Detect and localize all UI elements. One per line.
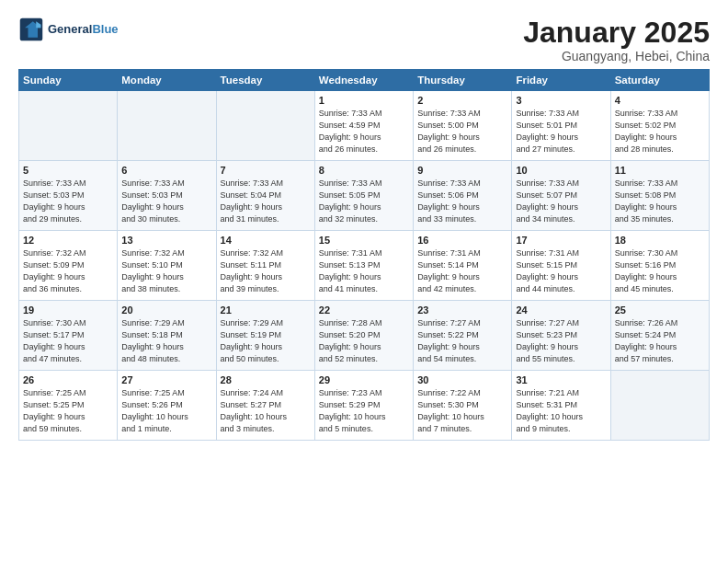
day-number: 23 (417, 304, 507, 316)
day-number: 3 (516, 95, 606, 106)
day-info: Sunrise: 7:30 AMSunset: 5:16 PMDaylight:… (615, 247, 705, 295)
day-number: 12 (23, 235, 113, 246)
day-number: 18 (615, 235, 705, 246)
week-row-0: 1Sunrise: 7:33 AMSunset: 4:59 PMDaylight… (19, 91, 710, 161)
header: GeneralBlue January 2025 Guangyang, Hebe… (18, 17, 710, 63)
day-number: 17 (516, 235, 606, 246)
day-info: Sunrise: 7:26 AMSunset: 5:24 PMDaylight:… (615, 317, 705, 365)
month-title: January 2025 (523, 17, 710, 49)
day-info: Sunrise: 7:24 AMSunset: 5:27 PMDaylight:… (221, 387, 311, 435)
day-info: Sunrise: 7:21 AMSunset: 5:31 PMDaylight:… (516, 387, 606, 435)
day-number: 30 (417, 374, 507, 385)
day-info: Sunrise: 7:25 AMSunset: 5:25 PMDaylight:… (23, 387, 113, 435)
calendar-cell: 6Sunrise: 7:33 AMSunset: 5:03 PMDaylight… (118, 161, 216, 231)
calendar-cell: 2Sunrise: 7:33 AMSunset: 5:00 PMDaylight… (414, 91, 512, 161)
day-info: Sunrise: 7:32 AMSunset: 5:11 PMDaylight:… (221, 247, 311, 295)
title-block: January 2025 Guangyang, Hebei, China (523, 17, 710, 63)
calendar-cell: 10Sunrise: 7:33 AMSunset: 5:07 PMDayligh… (512, 161, 610, 231)
logo: GeneralBlue (18, 17, 119, 42)
th-friday: Friday (512, 70, 610, 91)
calendar-cell: 21Sunrise: 7:29 AMSunset: 5:19 PMDayligh… (216, 301, 314, 371)
calendar-cell: 25Sunrise: 7:26 AMSunset: 5:24 PMDayligh… (610, 301, 709, 371)
day-info: Sunrise: 7:33 AMSunset: 4:59 PMDaylight:… (319, 108, 409, 155)
calendar-cell: 9Sunrise: 7:33 AMSunset: 5:06 PMDaylight… (414, 161, 512, 231)
day-info: Sunrise: 7:31 AMSunset: 5:14 PMDaylight:… (417, 247, 507, 295)
day-info: Sunrise: 7:23 AMSunset: 5:29 PMDaylight:… (319, 387, 409, 435)
day-number: 1 (319, 95, 409, 106)
day-number: 28 (221, 374, 311, 385)
day-info: Sunrise: 7:33 AMSunset: 5:01 PMDaylight:… (516, 108, 606, 155)
day-info: Sunrise: 7:28 AMSunset: 5:20 PMDaylight:… (319, 317, 409, 365)
calendar-cell: 5Sunrise: 7:33 AMSunset: 5:03 PMDaylight… (19, 161, 118, 231)
day-number: 7 (221, 165, 311, 176)
day-number: 15 (319, 235, 409, 246)
th-thursday: Thursday (414, 70, 512, 91)
day-number: 20 (121, 304, 211, 316)
calendar-cell: 23Sunrise: 7:27 AMSunset: 5:22 PMDayligh… (414, 301, 512, 371)
week-row-3: 19Sunrise: 7:30 AMSunset: 5:17 PMDayligh… (19, 301, 710, 371)
th-sunday: Sunday (19, 70, 118, 91)
calendar-cell: 16Sunrise: 7:31 AMSunset: 5:14 PMDayligh… (414, 231, 512, 301)
calendar-table: Sunday Monday Tuesday Wednesday Thursday… (18, 69, 710, 441)
day-info: Sunrise: 7:27 AMSunset: 5:23 PMDaylight:… (516, 317, 606, 365)
day-info: Sunrise: 7:33 AMSunset: 5:08 PMDaylight:… (615, 178, 705, 225)
day-number: 16 (417, 235, 507, 246)
day-info: Sunrise: 7:27 AMSunset: 5:22 PMDaylight:… (417, 317, 507, 365)
header-row: Sunday Monday Tuesday Wednesday Thursday… (19, 70, 710, 91)
calendar-cell (19, 91, 118, 161)
week-row-4: 26Sunrise: 7:25 AMSunset: 5:25 PMDayligh… (19, 371, 710, 441)
day-number: 6 (121, 165, 211, 176)
day-info: Sunrise: 7:30 AMSunset: 5:17 PMDaylight:… (23, 317, 113, 365)
day-number: 24 (516, 304, 606, 316)
calendar-cell: 17Sunrise: 7:31 AMSunset: 5:15 PMDayligh… (512, 231, 610, 301)
calendar-cell: 20Sunrise: 7:29 AMSunset: 5:18 PMDayligh… (118, 301, 216, 371)
calendar-cell: 30Sunrise: 7:22 AMSunset: 5:30 PMDayligh… (414, 371, 512, 441)
day-info: Sunrise: 7:25 AMSunset: 5:26 PMDaylight:… (121, 387, 211, 435)
day-info: Sunrise: 7:29 AMSunset: 5:19 PMDaylight:… (221, 317, 311, 365)
day-number: 4 (615, 95, 705, 106)
day-number: 22 (319, 304, 409, 316)
day-number: 11 (615, 165, 705, 176)
calendar-cell: 3Sunrise: 7:33 AMSunset: 5:01 PMDaylight… (512, 91, 610, 161)
calendar-cell: 13Sunrise: 7:32 AMSunset: 5:10 PMDayligh… (118, 231, 216, 301)
calendar-cell: 15Sunrise: 7:31 AMSunset: 5:13 PMDayligh… (314, 231, 413, 301)
day-info: Sunrise: 7:33 AMSunset: 5:04 PMDaylight:… (221, 178, 311, 225)
day-info: Sunrise: 7:31 AMSunset: 5:13 PMDaylight:… (319, 247, 409, 295)
day-info: Sunrise: 7:29 AMSunset: 5:18 PMDaylight:… (121, 317, 211, 365)
calendar-cell (216, 91, 314, 161)
day-number: 19 (23, 304, 113, 316)
day-number: 31 (516, 374, 606, 385)
calendar-cell: 14Sunrise: 7:32 AMSunset: 5:11 PMDayligh… (216, 231, 314, 301)
day-number: 29 (319, 374, 409, 385)
day-info: Sunrise: 7:33 AMSunset: 5:00 PMDaylight:… (417, 108, 507, 155)
calendar-cell: 1Sunrise: 7:33 AMSunset: 4:59 PMDaylight… (314, 91, 413, 161)
calendar-cell (610, 371, 709, 441)
calendar-page: GeneralBlue January 2025 Guangyang, Hebe… (0, 0, 728, 563)
day-info: Sunrise: 7:33 AMSunset: 5:03 PMDaylight:… (121, 178, 211, 225)
logo-icon (18, 17, 44, 42)
th-tuesday: Tuesday (216, 70, 314, 91)
day-info: Sunrise: 7:33 AMSunset: 5:07 PMDaylight:… (516, 178, 606, 225)
day-number: 27 (121, 374, 211, 385)
calendar-cell: 7Sunrise: 7:33 AMSunset: 5:04 PMDaylight… (216, 161, 314, 231)
day-number: 8 (319, 165, 409, 176)
day-number: 21 (221, 304, 311, 316)
th-saturday: Saturday (610, 70, 709, 91)
day-info: Sunrise: 7:22 AMSunset: 5:30 PMDaylight:… (417, 387, 507, 435)
calendar-cell: 18Sunrise: 7:30 AMSunset: 5:16 PMDayligh… (610, 231, 709, 301)
day-info: Sunrise: 7:33 AMSunset: 5:02 PMDaylight:… (615, 108, 705, 155)
day-info: Sunrise: 7:33 AMSunset: 5:03 PMDaylight:… (23, 178, 113, 225)
day-number: 9 (417, 165, 507, 176)
day-number: 13 (121, 235, 211, 246)
calendar-cell: 26Sunrise: 7:25 AMSunset: 5:25 PMDayligh… (19, 371, 118, 441)
day-number: 14 (221, 235, 311, 246)
calendar-cell: 19Sunrise: 7:30 AMSunset: 5:17 PMDayligh… (19, 301, 118, 371)
day-info: Sunrise: 7:32 AMSunset: 5:10 PMDaylight:… (121, 247, 211, 295)
day-number: 5 (23, 165, 113, 176)
day-info: Sunrise: 7:33 AMSunset: 5:06 PMDaylight:… (417, 178, 507, 225)
calendar-cell: 31Sunrise: 7:21 AMSunset: 5:31 PMDayligh… (512, 371, 610, 441)
day-number: 10 (516, 165, 606, 176)
calendar-cell: 4Sunrise: 7:33 AMSunset: 5:02 PMDaylight… (610, 91, 709, 161)
logo-text: GeneralBlue (48, 22, 119, 37)
day-info: Sunrise: 7:32 AMSunset: 5:09 PMDaylight:… (23, 247, 113, 295)
